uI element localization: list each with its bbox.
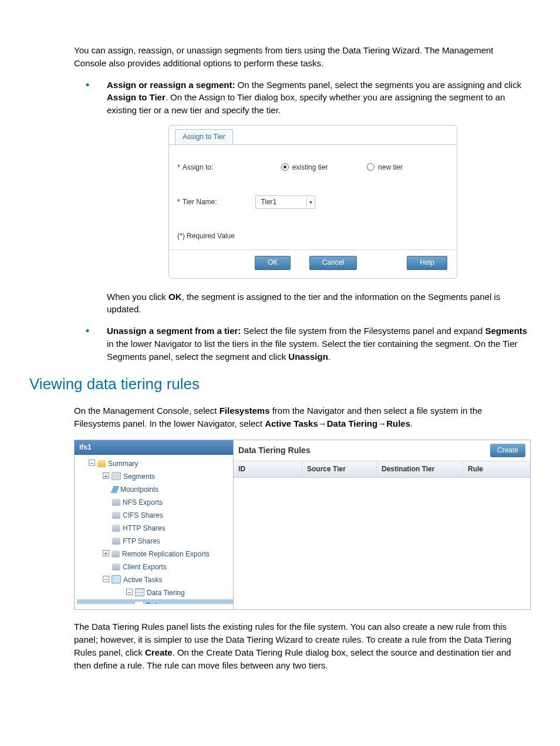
- tree-item[interactable]: Client Exports: [77, 561, 233, 573]
- col-source-tier[interactable]: Source Tier: [302, 461, 377, 477]
- box-icon: [112, 472, 121, 480]
- point-icon: [111, 486, 119, 493]
- tiername-label: *Tier Name:: [177, 197, 254, 207]
- dialog-tab[interactable]: Assign to Tier: [175, 129, 233, 144]
- stack-icon: [135, 588, 144, 596]
- radio-existing[interactable]: existing tier: [281, 163, 328, 171]
- share-icon: [112, 512, 120, 519]
- tree-toggle-icon[interactable]: +: [103, 472, 109, 479]
- chevron-down-icon: ▾: [306, 197, 315, 207]
- rules-panel-title: Data Tiering Rules: [238, 444, 311, 456]
- bullet-assign-text: On the Segments panel, select the segmen…: [235, 80, 521, 90]
- tree-toggle-icon[interactable]: +: [103, 550, 109, 556]
- navigator-panel: ifs1 −Summary+SegmentsMountpointsNFS Exp…: [74, 440, 234, 610]
- tree-item[interactable]: +Remote Replication Exports: [77, 548, 233, 561]
- tree-toggle-icon[interactable]: −: [126, 589, 133, 595]
- rules-panel: Data Tiering Rules Create ID Source Tier…: [234, 440, 531, 610]
- tree-toggle-icon[interactable]: −: [103, 576, 109, 582]
- tree-item-label: Client Exports: [123, 563, 167, 571]
- bullet-assign-lead: Assign or reassign a segment:: [107, 80, 235, 90]
- tree-item-label: Data Tiering: [147, 589, 185, 597]
- ok-button[interactable]: OK: [255, 256, 291, 269]
- folder-icon: [97, 460, 106, 467]
- assignto-label: *Assign to:: [177, 163, 254, 173]
- radio-new[interactable]: new tier: [367, 163, 403, 171]
- radio-icon: [367, 163, 375, 171]
- tree-item-label: FTP Shares: [123, 537, 160, 545]
- tree-item-label: Summary: [108, 460, 138, 468]
- after-dialog-paragraph: When you click OK, the segment is assign…: [107, 291, 531, 316]
- tree-item[interactable]: Mountpoints: [77, 483, 233, 496]
- assign-dialog: Assign to Tier *Assign to: existing tier…: [168, 125, 457, 279]
- tree-item-label: Mountpoints: [120, 485, 158, 494]
- tree-item[interactable]: Rules: [77, 599, 233, 604]
- heading-viewing-rules: Viewing data tiering rules: [29, 373, 531, 396]
- radio-icon: [281, 163, 289, 171]
- rules-grid-header: ID Source Tier Destination Tier Rule: [234, 461, 530, 478]
- required-note: (*) Required Value: [177, 231, 448, 241]
- bullet-unassign: Unassign a segment from a tier: Select t…: [86, 325, 531, 363]
- share-icon: [112, 499, 120, 506]
- tree-item[interactable]: CIFS Shares: [77, 509, 233, 522]
- tier-select[interactable]: Tier1▾: [255, 195, 315, 209]
- share-icon: [112, 551, 120, 558]
- create-button[interactable]: Create: [490, 444, 525, 457]
- tasks-icon: [112, 575, 121, 583]
- tree-toggle-icon[interactable]: −: [89, 460, 95, 466]
- rule-icon: [134, 601, 144, 604]
- col-destination-tier[interactable]: Destination Tier: [377, 461, 463, 477]
- nav-paragraph: On the Management Console, select Filesy…: [74, 404, 519, 430]
- tree-item[interactable]: −Summary: [77, 457, 233, 470]
- bullet-assign-bold1: Assign to Tier: [107, 92, 166, 102]
- help-button[interactable]: Help: [407, 256, 447, 269]
- cancel-button[interactable]: Cancel: [309, 256, 357, 269]
- tree-item-label: Remote Replication Exports: [122, 550, 210, 558]
- bullet-assign: Assign or reassign a segment: On the Seg…: [86, 79, 531, 316]
- tree-item[interactable]: +Segments: [77, 470, 233, 483]
- navigator-title: ifs1: [75, 440, 233, 455]
- col-id[interactable]: ID: [234, 461, 302, 477]
- tree-item[interactable]: NFS Exports: [77, 496, 233, 509]
- bullet-list: Assign or reassign a segment: On the Seg…: [86, 79, 531, 363]
- tree-item[interactable]: FTP Shares: [77, 535, 233, 548]
- tree-item[interactable]: −Active Tasks: [77, 573, 233, 586]
- tree-item-label: Rules: [146, 602, 164, 604]
- tree-item-label: HTTP Shares: [123, 524, 165, 532]
- navigator-tree: −Summary+SegmentsMountpointsNFS ExportsC…: [75, 455, 233, 604]
- tree-item[interactable]: −Data Tiering: [77, 586, 233, 599]
- rules-grid-body: [234, 478, 530, 609]
- bullet-assign-text2: . On the Assign to Tier dialog box, spec…: [107, 92, 505, 115]
- tree-item-label: Active Tasks: [123, 576, 162, 584]
- bullet-unassign-lead: Unassign a segment from a tier:: [107, 326, 241, 336]
- tree-item-label: NFS Exports: [123, 498, 163, 507]
- share-icon: [112, 563, 120, 571]
- rules-paragraph: The Data Tiering Rules panel lists the e…: [74, 620, 519, 671]
- intro-paragraph: You can assign, reassign, or unassign se…: [74, 44, 519, 70]
- tier-select-value: Tier1: [256, 196, 306, 208]
- share-icon: [112, 525, 120, 532]
- col-rule[interactable]: Rule: [463, 461, 530, 477]
- tree-item[interactable]: HTTP Shares: [77, 522, 233, 535]
- share-icon: [112, 538, 120, 545]
- tree-item-label: CIFS Shares: [123, 511, 163, 519]
- tree-item-label: Segments: [123, 472, 155, 481]
